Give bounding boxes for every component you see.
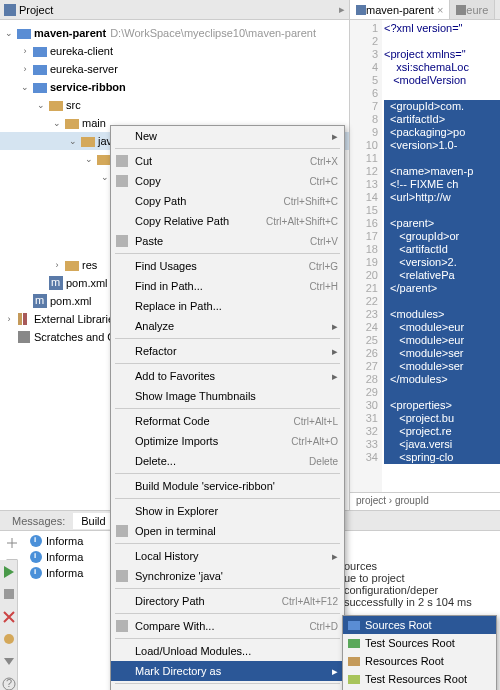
message-row[interactable]: Informa xyxy=(26,533,83,549)
menu-item[interactable]: Delete...Delete xyxy=(111,451,344,471)
menu-item[interactable]: Copy Relative PathCtrl+Alt+Shift+C xyxy=(111,211,344,231)
menu-item[interactable]: New▸ xyxy=(111,126,344,146)
svg-rect-17 xyxy=(356,5,366,15)
svg-rect-6 xyxy=(65,119,79,129)
message-row[interactable]: Informa xyxy=(26,565,83,581)
folder-icon xyxy=(33,44,47,58)
chevron-right-icon[interactable]: › xyxy=(4,314,14,324)
submenu-arrow-icon: ▸ xyxy=(332,665,338,678)
svg-rect-31 xyxy=(116,620,128,632)
down-icon[interactable] xyxy=(1,653,17,667)
menu-item[interactable]: Mark Directory as▸ xyxy=(111,661,344,681)
menu-item[interactable]: Show Image Thumbnails xyxy=(111,386,344,406)
folder-icon xyxy=(81,134,95,148)
close-icon[interactable] xyxy=(1,609,17,623)
menu-item[interactable]: Reformat CodeCtrl+Alt+L xyxy=(111,411,344,431)
menu-item[interactable]: Replace in Path... xyxy=(111,296,344,316)
menu-item[interactable]: Analyze▸ xyxy=(111,316,344,336)
project-tool-tab[interactable]: Project ▸ xyxy=(0,0,349,20)
editor-tab[interactable]: eure xyxy=(450,0,495,19)
folder-icon xyxy=(347,618,361,632)
svg-rect-18 xyxy=(456,5,466,15)
folder-icon xyxy=(347,654,361,668)
collapse-icon[interactable] xyxy=(4,535,20,551)
project-tab-label: Project xyxy=(19,4,53,16)
chevron-right-icon[interactable]: › xyxy=(52,260,62,270)
svg-rect-29 xyxy=(116,525,128,537)
term-icon xyxy=(115,524,129,538)
submenu-item[interactable]: Test Resources Root xyxy=(343,670,496,688)
messages-list: Informa Informa Informa xyxy=(24,531,85,583)
build-tab[interactable]: Build xyxy=(73,513,113,529)
chevron-down-icon[interactable]: ⌄ xyxy=(68,136,78,146)
svg-rect-34 xyxy=(348,621,360,630)
editor-breadcrumb[interactable]: project › groupId xyxy=(350,492,500,510)
tree-item[interactable]: ⌄service-ribbon xyxy=(0,78,349,96)
svg-rect-27 xyxy=(116,175,128,187)
chevron-right-icon[interactable]: › xyxy=(20,64,30,74)
message-row[interactable]: Informa xyxy=(26,549,83,565)
stop-icon[interactable] xyxy=(1,586,17,600)
chevron-down-icon[interactable]: ⌄ xyxy=(4,28,14,38)
folder-icon xyxy=(97,152,111,166)
menu-item[interactable]: Open in terminal xyxy=(111,521,344,541)
tree-item[interactable]: ⌄src xyxy=(0,96,349,114)
svg-marker-22 xyxy=(4,658,14,665)
menu-item[interactable]: Add to Favorites▸ xyxy=(111,366,344,386)
pin-icon[interactable] xyxy=(1,631,17,645)
menu-item[interactable]: CopyCtrl+C xyxy=(111,171,344,191)
svg-rect-28 xyxy=(116,235,128,247)
chevron-down-icon[interactable]: ⌄ xyxy=(100,172,110,182)
code-editor[interactable]: 1234567891011121314151617181920212223242… xyxy=(350,20,500,492)
messages-tab[interactable]: Messages: xyxy=(4,513,73,529)
chevron-down-icon[interactable]: ⌄ xyxy=(36,100,46,110)
close-icon[interactable]: × xyxy=(437,4,443,16)
submenu-arrow-icon: ▸ xyxy=(332,550,338,563)
menu-item[interactable]: Copy PathCtrl+Shift+C xyxy=(111,191,344,211)
submenu-item[interactable]: Sources Root xyxy=(343,616,496,634)
menu-item[interactable]: Compare With...Ctrl+D xyxy=(111,616,344,636)
menu-item[interactable]: Local History▸ xyxy=(111,546,344,566)
svg-rect-14 xyxy=(18,313,22,325)
menu-item[interactable]: Optimize ImportsCtrl+Alt+O xyxy=(111,431,344,451)
menu-item[interactable]: CutCtrl+X xyxy=(111,151,344,171)
run-icon[interactable] xyxy=(1,564,17,578)
menu-item[interactable]: Synchronize 'java' xyxy=(111,566,344,586)
svg-rect-2 xyxy=(33,47,47,57)
folder-icon xyxy=(33,80,47,94)
sync-icon xyxy=(115,569,129,583)
menu-item[interactable]: Find UsagesCtrl+G xyxy=(111,256,344,276)
submenu-arrow-icon: ▸ xyxy=(332,320,338,333)
tree-root[interactable]: ⌄ maven-parent D:\WorkSpace\myeclipse10\… xyxy=(0,24,349,42)
tree-item[interactable]: ›eureka-server xyxy=(0,60,349,78)
menu-item[interactable]: Load/Unload Modules... xyxy=(111,641,344,661)
menu-item[interactable]: Build Module 'service-ribbon' xyxy=(111,476,344,496)
chevron-right-icon[interactable]: › xyxy=(20,46,30,56)
svg-rect-35 xyxy=(348,639,360,648)
tree-item[interactable]: ›eureka-client xyxy=(0,42,349,60)
menu-item[interactable]: Directory PathCtrl+Alt+F12 xyxy=(111,591,344,611)
code-content[interactable]: <?xml version=" <project xmlns=" xsi:sch… xyxy=(382,20,500,492)
folder-icon xyxy=(49,98,63,112)
menu-item[interactable]: Show in Explorer xyxy=(111,501,344,521)
chevron-down-icon[interactable]: ⌄ xyxy=(20,82,30,92)
submenu-item[interactable]: Test Sources Root xyxy=(343,634,496,652)
folder-icon xyxy=(65,258,79,272)
editor-tab[interactable]: maven-parent× xyxy=(350,0,450,19)
submenu-arrow-icon: ▸ xyxy=(332,345,338,358)
svg-rect-5 xyxy=(49,101,63,111)
svg-rect-1 xyxy=(17,29,31,39)
svg-text:m: m xyxy=(51,276,60,288)
svg-rect-0 xyxy=(4,4,16,16)
menu-item[interactable]: PasteCtrl+V xyxy=(111,231,344,251)
folder-icon xyxy=(33,62,47,76)
chevron-down-icon[interactable]: ⌄ xyxy=(52,118,62,128)
menu-item[interactable]: Refactor▸ xyxy=(111,341,344,361)
svg-rect-30 xyxy=(116,570,128,582)
menu-item[interactable]: Find in Path...Ctrl+H xyxy=(111,276,344,296)
help-icon[interactable]: ? xyxy=(1,676,17,690)
submenu-item[interactable]: Resources Root xyxy=(343,652,496,670)
chevron-down-icon[interactable]: ⌄ xyxy=(84,154,94,164)
menu-item[interactable]: Diagrams▸ xyxy=(111,686,344,690)
svg-marker-19 xyxy=(4,566,14,578)
